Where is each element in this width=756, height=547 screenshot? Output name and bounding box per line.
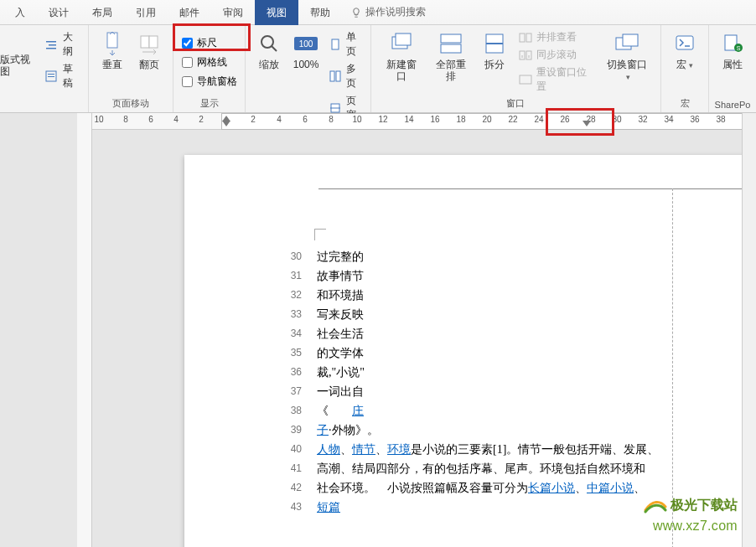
multi-page-icon (328, 70, 342, 83)
chevron-down-icon: ▾ (689, 61, 693, 70)
zoom-100-button[interactable]: 100 100% (289, 28, 323, 72)
one-page-label: 单页 (346, 30, 365, 59)
ruler-tick: 10 (352, 115, 361, 124)
svg-rect-27 (520, 75, 531, 84)
text-line[interactable]: 人物、情节、环境是小说的三要素[1]。情节一般包括开端、发展、 (317, 440, 677, 459)
svg-text:100: 100 (299, 39, 313, 49)
draft-label: 草稿 (63, 62, 83, 90)
text-line[interactable]: 一词出自 (317, 382, 677, 401)
line-number: 43 (285, 498, 302, 517)
line-numbers: 30 31 32 33 34 35 36 37 38 39 40 41 42 4… (285, 247, 302, 517)
svg-rect-5 (48, 76, 54, 77)
split-button[interactable]: 拆分 (478, 28, 511, 72)
hyperlink[interactable]: 中篇小说 (587, 482, 634, 494)
flip-button[interactable]: 翻页 (132, 28, 166, 72)
ruler-tick: 14 (404, 115, 413, 124)
properties-button[interactable]: S 属性 (716, 28, 749, 72)
text-line[interactable]: 裁,"小说" (317, 363, 677, 382)
text-line[interactable]: 社会环境。 小说按照篇幅及容量可分为长篇小说、中篇小说、 (317, 478, 677, 498)
text-line[interactable]: 和环境描 (317, 286, 677, 305)
tab-layout[interactable]: 布局 (80, 0, 124, 25)
lightbulb-icon (350, 7, 362, 18)
vertical-scrollbar[interactable] (742, 113, 756, 547)
zoom-label: 缩放 (259, 59, 279, 70)
hyperlink[interactable]: 情节 (352, 443, 375, 456)
hyperlink[interactable]: 子 (317, 424, 329, 436)
text-line[interactable]: 高潮、结局四部分，有的包括序幕、尾声。环境包括自然环境和 (317, 459, 677, 478)
text-line[interactable]: 故事情节 (317, 266, 677, 286)
line-number: 33 (285, 305, 302, 324)
text-line[interactable]: 写来反映 (317, 305, 677, 324)
side-by-side-icon (518, 31, 533, 44)
new-window-button[interactable]: 新建窗口 (378, 28, 424, 84)
svg-rect-4 (48, 74, 54, 75)
arrange-all-button[interactable]: 全部重排 (427, 28, 474, 84)
gridlines-checkbox[interactable]: 网格线 (182, 55, 227, 70)
vertical-button[interactable]: 垂直 (96, 28, 129, 72)
gridlines-label: 网格线 (197, 55, 227, 70)
line-number: 34 (285, 324, 302, 343)
svg-line-10 (272, 46, 277, 51)
tell-me-label: 操作说明搜索 (365, 5, 426, 19)
hundred-icon: 100 (293, 30, 319, 57)
tab-design[interactable]: 设计 (37, 0, 80, 25)
text-line[interactable]: 社会生活 (317, 324, 677, 343)
vertical-ruler[interactable] (77, 113, 92, 547)
text-line[interactable]: 子·外物》。 (317, 421, 677, 440)
tab-review[interactable]: 审阅 (211, 0, 255, 25)
hyperlink[interactable]: 环境 (387, 443, 411, 456)
tell-me-search[interactable]: 操作说明搜索 (350, 5, 426, 19)
right-indent-marker[interactable] (583, 121, 591, 126)
hyperlink[interactable]: 长篇小说 (528, 482, 575, 494)
multi-page-button[interactable]: 多页 (328, 62, 365, 90)
page-background: 30 31 32 33 34 35 36 37 38 39 40 41 42 4… (92, 130, 756, 547)
ruler-label: 标尺 (197, 36, 217, 50)
hyperlink[interactable]: 人物 (317, 443, 340, 456)
ruler-tick: 20 (482, 115, 491, 124)
draft-button[interactable]: 草稿 (45, 62, 84, 90)
ruler-tick: 32 (638, 115, 647, 124)
sync-scroll-button[interactable]: 同步滚动 (518, 48, 596, 62)
ruler-tick: 18 (456, 115, 465, 124)
ruler-tick: 24 (534, 115, 543, 124)
gridlines-check-input[interactable] (182, 57, 193, 68)
switch-windows-button[interactable]: 切换窗口▾ (601, 28, 654, 85)
window-group-label: 窗口 (376, 95, 655, 112)
tab-help[interactable]: 帮助 (298, 0, 342, 25)
tab-mailings[interactable]: 邮件 (168, 0, 211, 25)
macros-button[interactable]: 宏▾ (668, 28, 702, 73)
line-number: 36 (285, 363, 302, 382)
reset-pos-icon (518, 73, 533, 86)
navpane-checkbox[interactable]: 导航窗格 (182, 75, 237, 89)
document-text[interactable]: 过完整的 故事情节 和环境描 写来反映 社会生活 的文学体 裁,"小说" 一词出… (317, 247, 677, 517)
reset-position-button[interactable]: 重设窗口位置 (518, 65, 596, 94)
hyperlink[interactable]: 庄 (352, 405, 364, 417)
text-line[interactable]: 短篇 (317, 498, 677, 517)
show-group-label: 显示 (179, 95, 240, 112)
page-movement-group-label: 页面移动 (94, 95, 168, 112)
hyperlink[interactable]: 短篇 (317, 501, 340, 513)
tab-view[interactable]: 视图 (255, 0, 298, 25)
text-line[interactable]: 的文学体 (317, 343, 677, 363)
text-line[interactable]: 《 庄 (317, 401, 677, 421)
ruler-tick: 26 (560, 115, 569, 124)
document-page[interactable]: 30 31 32 33 34 35 36 37 38 39 40 41 42 4… (184, 155, 756, 547)
one-page-button[interactable]: 单页 (328, 30, 365, 59)
text-line[interactable]: 过完整的 (317, 247, 677, 266)
ruler-tick: 8 (123, 115, 128, 124)
outline-button[interactable]: 大纲 (45, 30, 84, 59)
svg-rect-0 (46, 41, 56, 43)
side-by-side-button[interactable]: 并排查看 (518, 30, 596, 44)
tab-insert-cut[interactable]: 入 (3, 0, 37, 25)
workspace: 10 8 6 4 2 2 4 6 8 10 12 14 16 18 20 22 … (0, 113, 756, 547)
horizontal-ruler[interactable]: 10 8 6 4 2 2 4 6 8 10 12 14 16 18 20 22 … (92, 113, 756, 130)
ruler-check-input[interactable] (182, 38, 193, 49)
hanging-indent-marker[interactable] (222, 121, 230, 126)
navpane-check-input[interactable] (182, 76, 193, 87)
svg-rect-24 (526, 34, 531, 42)
ruler-checkbox[interactable]: 标尺 (182, 36, 217, 50)
new-window-label: 新建窗口 (381, 59, 421, 82)
reading-view-button[interactable]: 版式视图 (0, 54, 40, 77)
tab-references[interactable]: 引用 (124, 0, 168, 25)
zoom-button[interactable]: 缩放 (252, 28, 286, 72)
